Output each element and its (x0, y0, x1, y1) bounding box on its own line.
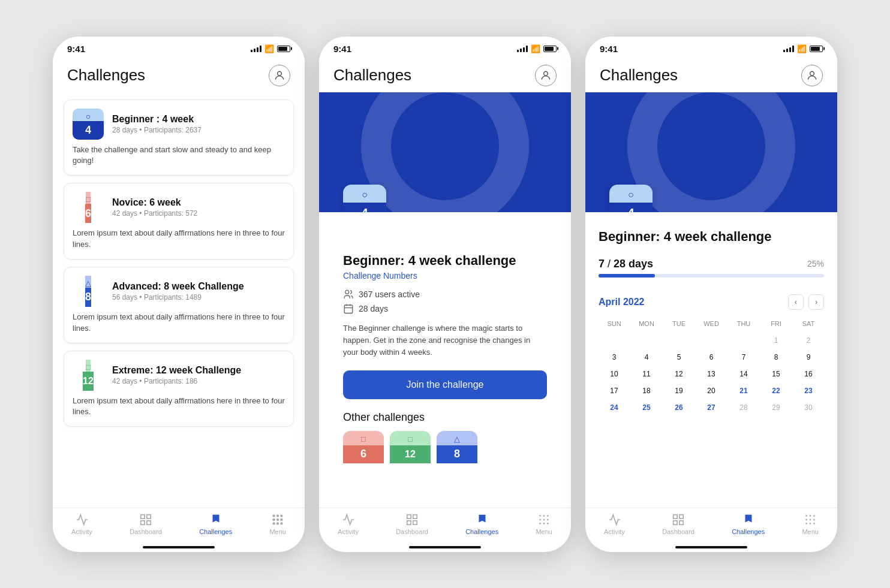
cal-cell: 29 (760, 400, 792, 415)
badge-advanced: △ 8 (73, 276, 104, 307)
svg-point-32 (547, 523, 549, 524)
menu-icon-2 (537, 513, 551, 526)
cal-cell-highlighted: 21 (728, 384, 759, 398)
nav-menu-3[interactable]: Menu (802, 513, 819, 535)
status-time-1: 9:41 (67, 44, 85, 54)
phone-2: 9:41 📶 Challenges (319, 37, 571, 552)
other-badge-extreme[interactable]: □ 12 (390, 431, 431, 472)
calendar-next-button[interactable]: › (808, 294, 824, 310)
nav-dashboard-1[interactable]: Dashboard (130, 513, 162, 535)
bottom-nav-1: Activity Dashboard Challenges Menu (53, 508, 305, 546)
battery-icon-2 (543, 46, 557, 52)
svg-rect-20 (407, 514, 411, 518)
cal-cell: 9 (793, 350, 824, 364)
svg-point-42 (810, 518, 811, 520)
svg-point-33 (810, 71, 814, 76)
challenge-info-beginner: Beginner : 4 week 28 days • Participants… (112, 114, 202, 134)
status-icons-2: 📶 (517, 44, 557, 53)
nav-dashboard-3[interactable]: Dashboard (662, 513, 694, 535)
challenge-card-novice[interactable]: □ 6 Novice: 6 week 42 days • Participant… (64, 183, 294, 260)
nav-activity-3[interactable]: Activity (604, 513, 625, 535)
cal-cell: 11 (631, 367, 662, 381)
detail-description: The Beginner challenge is where the magi… (343, 322, 547, 358)
activity-icon-2 (342, 513, 355, 526)
status-bar-2: 9:41 📶 (319, 37, 571, 56)
avatar-icon-3[interactable] (801, 65, 823, 86)
nav-activity-label-2: Activity (338, 528, 359, 535)
nav-activity-2[interactable]: Activity (338, 513, 359, 535)
phone-3: 9:41 📶 Challenges ○ (585, 37, 837, 552)
cal-header-thu: THU (728, 317, 759, 331)
calendar-prev-button[interactable]: ‹ (788, 294, 804, 310)
page-title-3: Challenges (600, 66, 678, 85)
wifi-icon-3: 📶 (797, 44, 807, 53)
nav-challenges-1[interactable]: Challenges (199, 513, 232, 535)
progress-percent-text: 25% (807, 259, 824, 269)
dashboard-icon-2 (405, 513, 419, 526)
cal-cell: 3 (599, 350, 630, 364)
challenge-card-extreme[interactable]: □ 12 Extreme: 12 week Challenge 42 days … (64, 351, 294, 427)
hero-arch-decoration-3 (627, 92, 795, 212)
signal-icon-2 (517, 45, 528, 52)
calendar-month-label: April 2022 (599, 297, 644, 307)
detail-hero-badge: ○ 4 (343, 185, 386, 212)
badge-extreme: □ 12 (73, 360, 104, 391)
nav-activity-1[interactable]: Activity (71, 513, 92, 535)
svg-point-39 (810, 515, 811, 517)
cal-cell: 8 (760, 350, 792, 364)
nav-dashboard-label-2: Dashboard (396, 528, 428, 535)
detail-stats: 367 users active 28 days (343, 289, 547, 314)
challenge-desc-novice: Lorem ipsum text about daily affirmation… (73, 228, 285, 251)
cal-cell: 5 (663, 350, 694, 364)
challenge-info-extreme: Extreme: 12 week Challenge 42 days • Par… (112, 365, 241, 385)
challenge-title-novice: Novice: 6 week (112, 197, 197, 208)
nav-challenges-label-2: Challenges (465, 528, 498, 535)
svg-point-26 (547, 515, 549, 517)
svg-point-31 (543, 523, 545, 524)
challenge-card-advanced[interactable]: △ 8 Advanced: 8 week Challenge 56 days •… (64, 267, 294, 343)
cal-week-3: 10 11 12 13 14 15 16 (599, 367, 824, 381)
svg-point-27 (539, 518, 541, 520)
challenge-desc-advanced: Lorem ipsum text about daily affirmation… (73, 312, 285, 334)
cal-cell: - (599, 333, 630, 348)
cal-week-1: - - - - - 1 2 (599, 333, 824, 348)
challenge-sub-beginner: 28 days • Participants: 2637 (112, 126, 202, 134)
app-header-2: Challenges (319, 56, 571, 92)
cal-header-fri: FRI (760, 317, 792, 331)
challenge-title-advanced: Advanced: 8 week Challenge (112, 281, 244, 292)
bottom-nav-3: Activity Dashboard Challenges Menu (585, 508, 837, 546)
other-badges-row: □ 6 □ 12 △ 8 (343, 431, 547, 472)
cal-week-4: 17 18 19 20 21 22 23 (599, 384, 824, 398)
battery-icon (277, 46, 290, 52)
avatar-icon-2[interactable] (535, 65, 557, 86)
wifi-icon-2: 📶 (531, 44, 540, 53)
svg-point-14 (544, 71, 548, 76)
nav-challenges-2[interactable]: Challenges (465, 513, 498, 535)
avatar-icon-1[interactable] (269, 65, 290, 86)
join-challenge-button[interactable]: Join the challenge (343, 370, 547, 399)
status-time-3: 9:41 (600, 44, 618, 54)
progress-row: 7 / 28 days 25% (599, 258, 824, 270)
nav-dashboard-2[interactable]: Dashboard (396, 513, 428, 535)
challenges-icon-1 (209, 513, 222, 526)
detail-content: Beginner: 4 week challenge Challenge Num… (330, 230, 560, 481)
cal-cell: 14 (728, 367, 759, 381)
other-badge-advanced[interactable]: △ 8 (437, 431, 477, 472)
menu-icon-1 (271, 513, 284, 526)
challenge-sub-novice: 42 days • Participants: 572 (112, 209, 197, 218)
svg-rect-22 (407, 520, 411, 524)
cal-cell: 7 (728, 350, 759, 364)
cal-cell: 12 (663, 367, 694, 381)
cal-cell: 30 (793, 400, 824, 415)
nav-menu-2[interactable]: Menu (536, 513, 552, 535)
cal-cell: 1 (760, 333, 792, 348)
home-indicator-3 (675, 546, 747, 548)
challenge-card-beginner[interactable]: ○ 4 Beginner : 4 week 28 days • Particip… (64, 99, 294, 176)
svg-point-6 (277, 515, 279, 517)
menu-icon-3 (804, 513, 817, 526)
nav-menu-1[interactable]: Menu (269, 513, 286, 535)
other-badge-novice[interactable]: □ 6 (343, 431, 384, 472)
nav-challenges-3[interactable]: Challenges (732, 513, 765, 535)
challenge-info-advanced: Advanced: 8 week Challenge 56 days • Par… (112, 281, 244, 301)
challenge-numbers-link[interactable]: Challenge Numbers (343, 271, 547, 281)
